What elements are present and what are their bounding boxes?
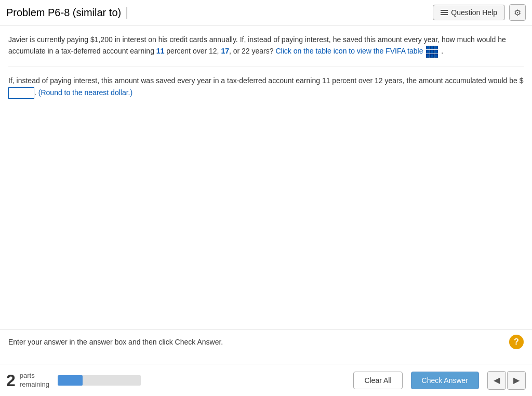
problem-highlight1: 11 <box>156 47 165 55</box>
prev-button[interactable]: ◀ <box>487 371 506 390</box>
question-help-label: Question Help <box>451 8 497 17</box>
answer-input[interactable] <box>8 87 34 99</box>
table-icon[interactable] <box>426 46 438 58</box>
question-help-button[interactable]: Question Help <box>433 5 505 20</box>
answer-section: If, instead of paying interest, this amo… <box>8 75 524 99</box>
list-icon <box>441 10 448 15</box>
parts-label: parts remaining <box>20 372 49 389</box>
progress-bar-fill <box>58 375 83 386</box>
fvifa-table-link[interactable]: Click on the table icon to view the FVIF… <box>275 47 423 55</box>
answer-text-part3: . <box>34 88 38 97</box>
footer-bar: 2 parts remaining Clear All Check Answer… <box>0 364 532 396</box>
answer-text-part1: If, instead of paying interest, this amo… <box>8 76 322 85</box>
header-right: Question Help ⚙ <box>433 4 526 21</box>
table-icon-wrapper[interactable] <box>423 47 442 55</box>
footer-instruction-text: Enter your answer in the answer box and … <box>8 338 223 346</box>
footer-instruction-bar: Enter your answer in the answer box and … <box>0 329 532 354</box>
progress-bar <box>58 375 141 386</box>
clear-all-button[interactable]: Clear All <box>353 372 402 389</box>
round-note: (Round to the nearest dollar.) <box>38 88 132 97</box>
nav-buttons: ◀ ▶ <box>487 371 526 390</box>
gear-icon: ⚙ <box>514 8 521 18</box>
gear-button[interactable]: ⚙ <box>509 4 526 21</box>
parts-label-line1: parts <box>20 372 49 380</box>
answer-text-part2: percent over 12 years, the amount accumu… <box>330 76 523 85</box>
header: Problem P6-8 (similar to) Question Help … <box>0 0 532 25</box>
main-content: Javier is currently paying $1,200 in int… <box>0 25 532 99</box>
problem-text-part4: . <box>441 47 443 55</box>
problem-text-part2: percent over 12, <box>164 47 221 55</box>
parts-remaining: 2 parts remaining <box>6 372 49 389</box>
answer-highlight1: 11 <box>322 76 330 85</box>
check-answer-button[interactable]: Check Answer <box>411 372 479 389</box>
problem-text: Javier is currently paying $1,200 in int… <box>8 34 524 67</box>
problem-highlight2: 17 <box>221 47 229 55</box>
problem-title: Problem P6-8 (similar to) <box>6 7 127 19</box>
next-button[interactable]: ▶ <box>507 371 526 390</box>
help-circle-button[interactable]: ? <box>509 335 524 349</box>
parts-number: 2 <box>6 372 16 389</box>
parts-label-line2: remaining <box>20 380 49 389</box>
problem-text-part3: , or 22 years? <box>229 47 276 55</box>
